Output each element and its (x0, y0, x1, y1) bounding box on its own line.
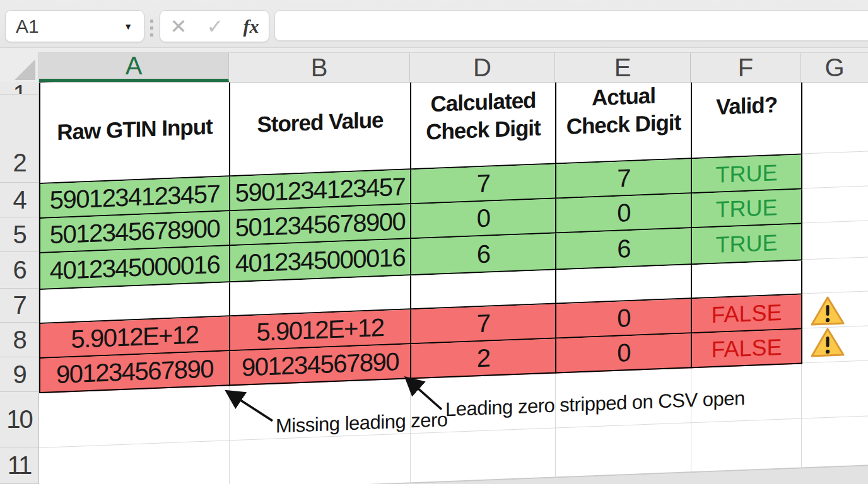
cell-valid[interactable]: TRUE (692, 224, 802, 265)
row-header-6[interactable]: 6 (0, 252, 38, 289)
header-cell-raw[interactable]: Raw GTIN Input (40, 76, 230, 184)
formula-toolbar: A1 ▼ ✕ ✓ fx (0, 0, 868, 48)
drag-handle-dots-icon (150, 20, 154, 37)
row-header-11[interactable]: 11 (0, 447, 38, 484)
cell-valid[interactable] (692, 261, 802, 299)
confirm-icon[interactable]: ✓ (207, 14, 224, 38)
warning-icon[interactable] (810, 294, 845, 327)
function-icon[interactable]: fx (243, 16, 259, 37)
cell-raw[interactable]: 901234567890 (40, 351, 230, 393)
name-box[interactable]: A1 ▼ (5, 10, 144, 42)
cell-stored[interactable]: 901234567890 (230, 344, 411, 386)
cancel-icon[interactable]: ✕ (170, 14, 187, 38)
column-header-F[interactable]: F (691, 52, 801, 82)
cell-actual[interactable]: 6 (556, 228, 692, 270)
cell-calc[interactable]: 0 (411, 199, 556, 239)
sheet-area: Raw GTIN Input Stored Value Calculated C… (0, 47, 868, 484)
chevron-down-icon[interactable]: ▼ (124, 21, 144, 32)
row-header-10[interactable]: 10 (0, 392, 38, 447)
cell-actual[interactable]: 7 (556, 159, 692, 199)
cell-calc[interactable]: 7 (411, 164, 556, 204)
row-header-4[interactable]: 4 (0, 183, 38, 217)
header-cell-stored[interactable]: Stored Value (230, 69, 411, 176)
row-header-1[interactable]: 1 (0, 82, 38, 95)
formula-input[interactable] (274, 10, 868, 41)
formula-buttons: ✕ ✓ fx (160, 10, 269, 42)
column-header-D[interactable]: D (410, 52, 555, 82)
cell-valid[interactable]: TRUE (692, 155, 802, 194)
cell-actual[interactable]: 0 (556, 299, 692, 338)
gtin-table: Raw GTIN Input Stored Value Calculated C… (39, 53, 802, 393)
cell-calc[interactable]: 2 (411, 338, 556, 379)
annotation-csv-strip: Leading zero stripped on CSV open (445, 387, 745, 421)
column-header-E[interactable]: E (555, 52, 691, 82)
cell-calc[interactable]: 6 (411, 233, 556, 275)
cell-actual[interactable]: 0 (556, 333, 692, 373)
column-header-A[interactable]: A (39, 52, 229, 82)
row-header-7[interactable]: 7 (0, 289, 38, 323)
column-header-strip: A B D E F G (0, 47, 868, 83)
column-header-B[interactable]: B (229, 52, 410, 82)
row-header-8[interactable]: 8 (0, 323, 38, 357)
select-all-triangle-icon (15, 59, 35, 80)
cells-pane: Raw GTIN Input Stored Value Calculated C… (39, 50, 868, 484)
warning-icon[interactable] (810, 326, 845, 359)
row-header-9[interactable]: 9 (0, 357, 38, 392)
cell-valid[interactable]: TRUE (692, 190, 802, 229)
row-header-5[interactable]: 5 (0, 217, 38, 252)
cell-calc[interactable] (411, 270, 556, 309)
select-all-corner[interactable] (0, 52, 39, 82)
column-header-G[interactable]: G (801, 52, 868, 82)
row-header-strip: 1 2 4 5 6 7 8 9 10 11 (0, 82, 39, 484)
cell-calc[interactable]: 7 (411, 304, 556, 344)
cell-actual[interactable] (556, 265, 692, 304)
cell-actual[interactable]: 0 (556, 193, 692, 233)
cell-valid[interactable]: FALSE (692, 295, 802, 334)
cell-reference: A1 (6, 16, 124, 37)
spreadsheet-app: A1 ▼ ✕ ✓ fx (0, 0, 868, 484)
cell-valid[interactable]: FALSE (692, 330, 802, 369)
row-header-2[interactable]: 2 (0, 95, 38, 183)
